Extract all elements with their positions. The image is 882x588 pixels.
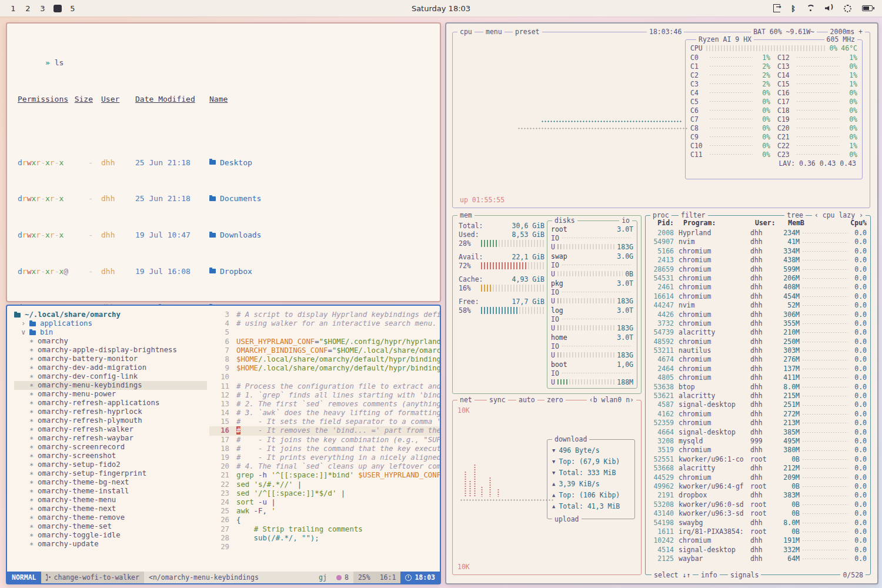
process-row[interactable]: 28659 chromium dhh 599M 0.0 (649, 265, 867, 274)
process-row[interactable]: 48592 chromium dhh 250M 0.0 (649, 338, 867, 346)
process-row[interactable]: 4426 chromium dhh 306M 0.0 (649, 310, 867, 319)
tree-item[interactable]: ∗ omarchy-screenrecord (14, 443, 207, 452)
terminal-window[interactable]: »ls Permissions Size User Date Modified … (6, 22, 441, 302)
process-row[interactable]: 54198 swaybg dhh 8.0M 0.0 (649, 519, 867, 527)
tree-item[interactable]: ∗ omarchy-battery-monitor (14, 355, 207, 363)
logout-icon[interactable] (773, 4, 780, 12)
tree-item[interactable]: ∗ omarchy-theme-next (14, 505, 207, 513)
process-row[interactable]: 2125 waybar dhh 64M 0.0 (649, 554, 867, 563)
process-row[interactable]: 49962 kworker/u96:4-gf root 0B 0.0 (649, 482, 867, 491)
tree-item[interactable]: ∗ omarchy-refresh-waybar (14, 434, 207, 443)
wifi-icon[interactable] (806, 5, 814, 12)
process-row[interactable]: 53211 nautilus dhh 303M 0.0 (649, 346, 867, 355)
process-row[interactable]: 4664 signal-desktop dhh 385M 0.0 (649, 428, 867, 437)
preset-button[interactable]: preset (513, 28, 542, 36)
tree-item[interactable]: ∗ omarchy-refresh-walker (14, 425, 207, 434)
process-row[interactable]: 1611 irq/81-PIXA3854: root 0B 0.0 (649, 527, 867, 536)
process-row[interactable]: 43140 kworker/u96:3-sd root 0B 0.0 (649, 509, 867, 518)
tree-item[interactable]: ∗ omarchy-theme-set (14, 522, 207, 531)
tree-item[interactable]: ∗ omarchy-theme-install (14, 487, 207, 496)
process-row[interactable]: 2191 dropbox dhh 383M 0.0 (649, 491, 867, 500)
process-row[interactable]: 54531 chromium dhh 206M 0.0 (649, 274, 867, 283)
git-branch[interactable]: change-wofi-to-walker (41, 572, 144, 583)
proc-info-hint[interactable]: info (699, 571, 720, 579)
folder-icon (209, 233, 216, 238)
process-row[interactable]: 2464 chromium dhh 137M 0.0 (649, 365, 867, 373)
process-row[interactable]: 4162 chromium dhh 272M 0.0 (649, 410, 867, 419)
tree-item[interactable]: ∗ omarchy-toggle-idle (14, 531, 207, 540)
tree-item[interactable]: ∗ omarchy-refresh-plymouth (14, 416, 207, 425)
tree-item[interactable]: ∗ omarchy-theme-menu (14, 496, 207, 505)
proc-program: chromium (679, 265, 750, 274)
proc-mem: 599M (776, 265, 800, 274)
tree-item[interactable]: ∗ omarchy-theme-remove (14, 513, 207, 522)
status-clock: 18:03 (400, 572, 440, 583)
disk-size: 3.0T (617, 306, 633, 315)
line-code: # Strip trailing comments (236, 525, 363, 534)
tree-item[interactable]: ∗ omarchy-refresh-hyprlock (14, 407, 207, 416)
process-row[interactable]: 54739 alacritty dhh 210M 0.0 (649, 328, 867, 337)
proc-pid: 4674 (649, 355, 674, 364)
process-row[interactable]: 3519 chromium dhh 380M 0.0 (649, 446, 867, 455)
editor-window[interactable]: ~/.local/share/omarchy › applications ∨ … (6, 305, 441, 584)
process-row[interactable]: 4674 chromium dhh 276M 0.0 (649, 355, 867, 364)
process-row[interactable]: 16614 chromium dhh 454M 0.0 (649, 292, 867, 301)
net-zero-toggle[interactable]: zero (544, 396, 566, 404)
system-monitor-window[interactable]: cpu menu preset 18:03:46 BAT 60% ~9.61W~… (445, 22, 878, 584)
tree-item[interactable]: › applications (14, 319, 207, 328)
tree-item[interactable]: ∗ omarchy (14, 337, 207, 346)
proc-cpu: 0.0 (850, 265, 867, 274)
proc-signals-hint[interactable]: signals (728, 571, 761, 579)
tree-item[interactable]: ∗ omarchy-dev-config-link (14, 372, 207, 381)
plugin-count: 8 (332, 572, 353, 583)
process-row[interactable]: 53621 alacritty dhh 215M 0.0 (649, 392, 867, 400)
proc-select-hint[interactable]: select ↓↑ (652, 571, 693, 579)
tree-item[interactable]: ∗ omarchy-refresh-applications (14, 399, 207, 407)
process-row[interactable]: 4514 signal-desktop dhh 332M 0.0 (649, 546, 867, 554)
process-row[interactable]: 2008 Hyprland dhh 234M 0.0 (649, 229, 867, 238)
battery-icon[interactable] (862, 5, 873, 11)
tree-item[interactable]: ∗ omarchy-update (14, 540, 207, 549)
process-row[interactable]: 3732 chromium dhh 355M 0.0 (649, 319, 867, 328)
disks-io-toggle[interactable]: io (619, 216, 632, 225)
process-row[interactable]: 4805 chromium dhh 411M 0.0 (649, 373, 867, 382)
process-row[interactable]: 52359 chromium dhh 213M 0.0 (649, 419, 867, 427)
bluetooth-icon[interactable] (791, 4, 796, 13)
net-interface[interactable]: ‹b wlan0 n› (587, 396, 636, 404)
process-row[interactable]: 53208 kworker/u96:0-sd root 0B 0.0 (649, 500, 867, 509)
process-row[interactable]: 53638 btop dhh 8.0M 0.0 (649, 383, 867, 392)
process-row[interactable]: 10242 chromium dhh 191M 0.0 (649, 536, 867, 545)
process-row[interactable]: 2461 chromium dhh 408M 0.0 (649, 283, 867, 292)
net-auto-toggle[interactable]: auto (516, 396, 537, 404)
mem-total: Total: 30,6 GiB (459, 222, 544, 230)
volume-icon[interactable] (825, 5, 833, 12)
tree-item[interactable]: ∗ omarchy-setup-fido2 (14, 460, 207, 469)
tree-item-bullet: ∗ (29, 381, 38, 390)
process-row[interactable]: 4587 signal-desktop dhh 251M 0.0 (649, 400, 867, 409)
process-row[interactable]: 44247 nvim dhh 52M 0.0 (649, 301, 867, 310)
settings-icon[interactable] (844, 5, 851, 12)
update-interval[interactable]: 2000ms + (828, 28, 865, 36)
tree-item[interactable]: ∗ omarchy-apple-display-brightness (14, 346, 207, 355)
process-row[interactable]: 3208 mysqld 999 495M 0.0 (649, 437, 867, 446)
process-row[interactable]: 5166 chromium dhh 334M 0.0 (649, 247, 867, 256)
process-row[interactable]: 54907 nvim dhh 41M 0.0 (649, 238, 867, 246)
process-row[interactable]: 52551 kworker/u96:1-co root 0B 0.0 (649, 455, 867, 464)
tree-item[interactable]: ∗ omarchy-menu-power (14, 390, 207, 399)
process-row[interactable]: 44529 chromium dhh 209M 0.0 (649, 473, 867, 482)
mem-stat: Avail: 22,1 GiB 72% (459, 253, 544, 270)
tree-item[interactable]: ∗ omarchy-menu-keybindings (14, 381, 207, 390)
tree-item[interactable]: ∗ omarchy-screenshot (14, 452, 207, 460)
tree-item-bullet: ∗ (29, 452, 38, 460)
menu-button[interactable]: menu (483, 28, 505, 36)
net-sync-toggle[interactable]: sync (487, 396, 508, 404)
tree-item[interactable]: ∗ omarchy-dev-add-migration (14, 363, 207, 372)
disk-io-label: IO (551, 369, 559, 377)
tree-item[interactable]: ∗ omarchy-theme-bg-next (14, 478, 207, 487)
tree-item[interactable]: ∨ bin (14, 328, 207, 337)
process-row[interactable]: 53668 alacritty dhh 212M 0.0 (649, 464, 867, 473)
editor-buffer[interactable]: 3 # A script to display Hyprland keybind… (209, 306, 440, 572)
process-row[interactable]: 2413 chromium dhh 438M 0.0 (649, 256, 867, 265)
tree-item[interactable]: ∗ omarchy-setup-fingerprint (14, 469, 207, 478)
tree-root[interactable]: ~/.local/share/omarchy (14, 310, 207, 319)
